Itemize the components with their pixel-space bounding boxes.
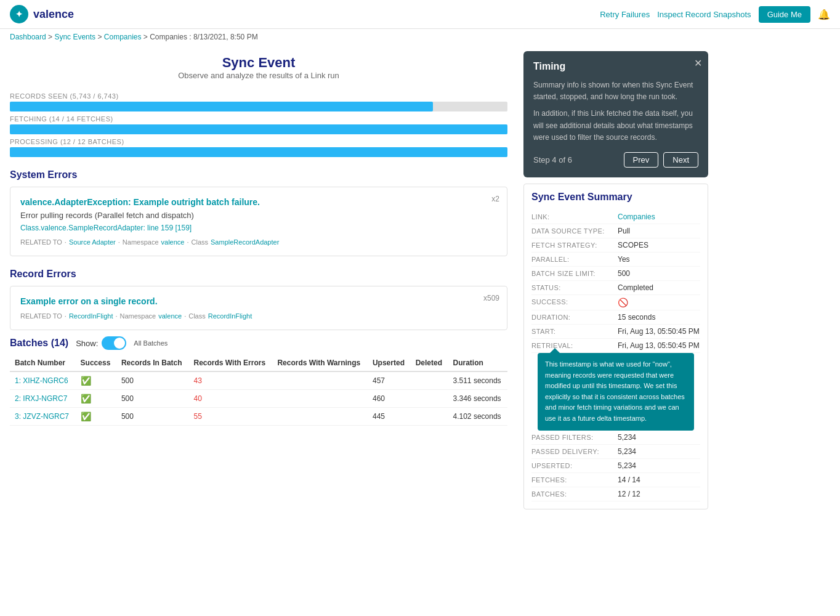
related-source-adapter[interactable]: Source Adapter <box>69 238 116 246</box>
records-3: 500 <box>116 408 189 426</box>
batches-title: Batches (14) <box>10 338 68 349</box>
batch-link-2[interactable]: 2: IRXJ-NGRC7 <box>15 394 67 403</box>
all-batches-label: All Batches <box>134 339 168 347</box>
summary-key-datasource: DATA SOURCE TYPE: <box>531 227 618 235</box>
progress-records: RECORDS SEEN (5,743 / 6,743) <box>10 92 507 111</box>
summary-row-passed-delivery: PASSED DELIVERY: 5,234 <box>531 445 700 459</box>
deleted-1 <box>411 371 448 390</box>
warnings-2 <box>272 390 368 408</box>
system-error-title: valence.AdapterException: Example outrig… <box>20 197 497 207</box>
col-deleted: Deleted <box>411 355 448 371</box>
timing-close-button[interactable]: ✕ <box>694 57 702 69</box>
table-row: 2: IRXJ-NGRC7 ✅ 500 40 460 3.346 seconds <box>10 390 507 408</box>
summary-key-fetch: FETCH STRATEGY: <box>531 241 618 249</box>
table-header-row: Batch Number Success Records In Batch Re… <box>10 355 507 371</box>
progress-processing-fill <box>10 147 507 157</box>
next-button[interactable]: Next <box>663 152 698 168</box>
progress-fetching: FETCHING (14 / 14 FETCHES) <box>10 115 507 134</box>
toggle-wrap: Show: <box>76 336 126 350</box>
summary-key-batches: BATCHES: <box>531 490 618 498</box>
breadcrumb: Dashboard > Sync Events > Companies > Co… <box>0 29 840 45</box>
summary-row-fetch: FETCH STRATEGY: SCOPES <box>531 238 700 253</box>
system-errors-title: System Errors <box>10 169 507 180</box>
success-check-1: ✅ <box>81 376 91 386</box>
batch-link-3[interactable]: 3: JZVZ-NGRC7 <box>15 412 69 421</box>
logo-icon: ✦ <box>10 5 28 23</box>
related-class-sample[interactable]: SampleRecordAdapter <box>211 238 279 246</box>
step-label: Step 4 of 6 <box>533 155 572 164</box>
record-error-card: x509 Example error on a single record. R… <box>10 286 507 330</box>
system-error-count: x2 <box>491 195 499 203</box>
upserted-3: 445 <box>368 408 411 426</box>
duration-3: 4.102 seconds <box>448 408 507 426</box>
summary-row-upserted: UPSERTED: 5,234 <box>531 459 700 473</box>
summary-row-parallel: PARALLEL: Yes <box>531 253 700 267</box>
prev-button[interactable]: Prev <box>624 152 659 168</box>
record-related-class[interactable]: RecordInFlight <box>208 312 252 320</box>
record-related-inflight[interactable]: RecordInFlight <box>69 312 113 320</box>
retry-failures-link[interactable]: Retry Failures <box>600 10 650 19</box>
record-errors-title: Record Errors <box>10 269 507 280</box>
batch-link-1[interactable]: 1: XIHZ-NGRC6 <box>15 376 68 385</box>
summary-key-passed-delivery: PASSED DELIVERY: <box>531 447 618 456</box>
summary-row-passed-filters: PASSED FILTERS: 5,234 <box>531 431 700 445</box>
retrieval-tooltip: This timestamp is what we used for "now"… <box>538 353 694 431</box>
popup-nav-buttons: Prev Next <box>624 152 698 168</box>
records-2: 500 <box>116 390 189 408</box>
progress-fetching-bg <box>10 124 507 134</box>
summary-key-start: START: <box>531 327 618 336</box>
timing-body-2: In addition, if this Link fetched the da… <box>533 108 698 144</box>
summary-val-status: Completed <box>618 283 653 292</box>
summary-key-upserted: UPSERTED: <box>531 461 618 470</box>
summary-val-success: 🚫 <box>618 298 628 307</box>
breadcrumb-companies[interactable]: Companies <box>104 33 142 41</box>
bell-icon[interactable]: 🔔 <box>818 9 830 20</box>
warnings-1 <box>272 371 368 390</box>
summary-key-link: LINK: <box>531 213 618 221</box>
col-success: Success <box>76 355 116 371</box>
summary-title: Sync Event Summary <box>531 192 700 203</box>
summary-key-parallel: PARALLEL: <box>531 255 618 264</box>
system-error-stack: Class.valence.SampleRecordAdapter: line … <box>20 224 497 232</box>
progress-fetching-fill <box>10 124 507 134</box>
timing-popup: ✕ Timing Summary info is shown for when … <box>523 51 708 177</box>
summary-val-upserted: 5,234 <box>618 461 636 470</box>
header-actions: Retry Failures Inspect Record Snapshots … <box>600 6 830 23</box>
summary-val-link[interactable]: Companies <box>618 213 655 221</box>
inspect-snapshots-link[interactable]: Inspect Record Snapshots <box>657 10 751 19</box>
summary-val-retrieval: Fri, Aug 13, 05:50:45 PM <box>618 341 700 350</box>
right-column: ✕ Timing Summary info is shown for when … <box>517 45 714 516</box>
breadcrumb-dashboard[interactable]: Dashboard <box>10 33 46 41</box>
toggle-knob <box>114 338 125 349</box>
guide-me-button[interactable]: Guide Me <box>759 6 810 23</box>
summary-val-start: Fri, Aug 13, 05:50:45 PM <box>618 327 700 336</box>
records-1: 500 <box>116 371 189 390</box>
errors-2: 40 <box>188 390 272 408</box>
errors-3: 55 <box>188 408 272 426</box>
all-batches-toggle[interactable] <box>102 336 126 350</box>
success-check-3: ✅ <box>81 411 91 421</box>
progress-processing: PROCESSING (12 / 12 BATCHES) <box>10 138 507 157</box>
col-upserted: Upserted <box>368 355 411 371</box>
summary-row-datasource: DATA SOURCE TYPE: Pull <box>531 224 700 238</box>
progress-records-fill <box>10 102 433 111</box>
table-row: 1: XIHZ-NGRC6 ✅ 500 43 457 3.511 seconds <box>10 371 507 390</box>
logo-text: valence <box>33 8 74 21</box>
related-namespace-valence[interactable]: valence <box>161 238 185 246</box>
summary-row-start: START: Fri, Aug 13, 05:50:45 PM <box>531 325 700 339</box>
timing-body-1: Summary info is shown for when this Sync… <box>533 79 698 103</box>
summary-val-parallel: Yes <box>618 255 630 264</box>
col-records-with-warnings: Records With Warnings <box>272 355 368 371</box>
content-area: Sync Event Observe and analyze the resul… <box>0 45 840 516</box>
deleted-2 <box>411 390 448 408</box>
record-error-count: x509 <box>483 294 499 302</box>
system-error-card: x2 valence.AdapterException: Example out… <box>10 187 507 256</box>
timing-popup-title: Timing <box>533 61 698 72</box>
batches-header: Batches (14) Show: All Batches <box>10 336 507 350</box>
system-error-desc: Error pulling records (Parallel fetch an… <box>20 211 497 220</box>
summary-val-batches: 12 / 12 <box>618 490 640 498</box>
show-label: Show: <box>76 339 98 348</box>
record-related-namespace[interactable]: valence <box>158 312 182 320</box>
summary-key-success: SUCCESS: <box>531 298 618 307</box>
breadcrumb-sync-events[interactable]: Sync Events <box>54 33 95 41</box>
